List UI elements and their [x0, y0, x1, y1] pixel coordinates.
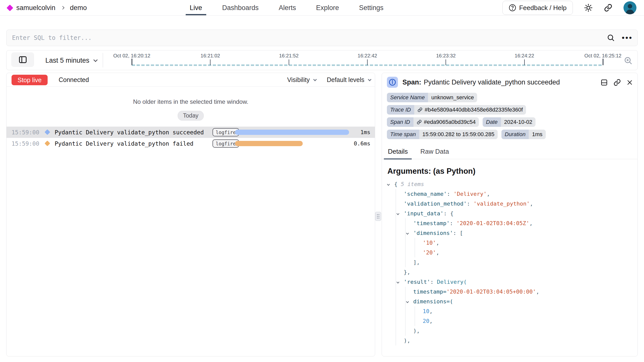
arguments-code: { 5 items'schema_name': 'Delivery','vali… [382, 179, 637, 345]
indent-guide [396, 297, 396, 306]
visibility-dropdown[interactable]: Visibility [287, 76, 316, 83]
tag-row: Span ID#eda9065a0bd39c54Date2024-10-02 [387, 117, 632, 127]
copy-link-button[interactable] [613, 79, 621, 86]
code-token: ), [413, 328, 420, 334]
tag-pill-service-name[interactable]: Service Nameunknown_service [387, 93, 477, 102]
code-token: dimensions=( [413, 298, 453, 305]
dock-panel-button[interactable] [600, 79, 608, 86]
collapse-caret-icon[interactable] [406, 228, 408, 238]
code-token: timestamp= [413, 289, 446, 295]
feedback-help-button[interactable]: Feedback / Help [502, 1, 573, 15]
default-levels-dropdown[interactable]: Default levels [327, 76, 370, 83]
code-token: , [536, 289, 539, 295]
collapse-caret-icon[interactable] [397, 277, 399, 287]
collapse-caret-icon[interactable] [397, 209, 399, 218]
tag-pill-span-id[interactable]: Span ID#eda9065a0bd39c54 [387, 117, 479, 127]
tag-pill-time-span[interactable]: Time span15:59:00.282 to 15:59:00.285 [387, 130, 498, 139]
indent-guide [405, 248, 405, 257]
tag-label: Trace ID [387, 105, 414, 115]
indent-guide [405, 326, 405, 336]
indent-guide [415, 306, 415, 316]
tag-label: Date [483, 117, 501, 127]
tag-label: Span ID [387, 117, 413, 127]
timeline[interactable]: Oct 02, 16:20:1216:21:0216:21:5216:22:42… [112, 50, 623, 70]
code-line: 'schema_name': 'Delivery', [382, 189, 637, 199]
breadcrumb-org[interactable]: samuelcolvin [16, 4, 55, 12]
close-panel-button[interactable] [626, 79, 633, 86]
collapse-caret-icon[interactable] [387, 179, 389, 189]
stop-live-button[interactable]: Stop live [12, 75, 48, 85]
breadcrumb-project[interactable]: demo [70, 4, 87, 12]
tag-label: Service Name [387, 93, 428, 102]
share-link-button[interactable] [604, 4, 612, 12]
code-token: Delivery( [437, 279, 467, 285]
empty-window-message: No older items in the selected time wind… [7, 98, 375, 105]
duration-bar-track [235, 141, 349, 146]
time-range-dropdown[interactable]: Last 5 minutes [41, 50, 101, 70]
tag-value: unknown_service [428, 93, 477, 102]
panel-resize-handle[interactable] [375, 212, 381, 221]
main-nav: LiveDashboardsAlertsExploreSettings [190, 0, 383, 16]
tag-pill-trace-id[interactable]: Trace ID#b4e5809a440dbb3458e68d2335fe360… [387, 105, 526, 115]
nav-tab-settings[interactable]: Settings [359, 4, 384, 12]
indent-guide [396, 228, 396, 238]
code-token: '10' [423, 240, 436, 246]
indent-guide [396, 248, 396, 257]
close-icon [626, 79, 633, 86]
tag-label: Time span [387, 130, 419, 139]
live-panel-header: Stop live Connected Visibility Default l… [7, 73, 375, 87]
timeline-tick-label: Oct 02, 16:20:12 [113, 53, 150, 59]
sql-filter-input[interactable] [6, 30, 638, 46]
indent-guide [405, 257, 405, 267]
arguments-heading: Arguments: (as Python) [387, 167, 637, 176]
link-icon [417, 120, 422, 125]
duration-value: 0.6ms [354, 138, 370, 149]
tag-value-text: unknown_service [431, 94, 474, 101]
nav-tab-dashboards[interactable]: Dashboards [222, 4, 259, 12]
day-chip[interactable]: Today [178, 111, 203, 121]
table-row[interactable]: 15:59:00Pydantic Delivery validate_pytho… [7, 127, 375, 138]
link-icon [613, 79, 621, 86]
nav-tab-live[interactable]: Live [190, 4, 202, 12]
code-token: : [ [453, 230, 463, 236]
theme-toggle-button[interactable] [584, 3, 593, 12]
nav-tab-alerts[interactable]: Alerts [279, 4, 296, 12]
code-token: , [430, 308, 433, 314]
span-title-prefix: Span: [402, 78, 421, 86]
timeline-tick [210, 59, 210, 65]
duration-bar-track [235, 130, 349, 135]
log-timestamp: 15:59:00 [12, 138, 39, 149]
zoom-in-button[interactable] [623, 56, 633, 65]
code-token: 'input_data' [404, 210, 444, 217]
tag-value-text: 2024-10-02 [504, 119, 532, 125]
span-kind-diamond-icon [45, 129, 50, 135]
span-title: Span: Pydantic Delivery validate_python … [402, 73, 560, 92]
code-line: 'result': Delivery( [382, 277, 637, 287]
code-token: 'validate_python' [473, 201, 530, 207]
log-message: Pydantic Delivery validate_python failed [55, 138, 193, 149]
nav-tab-explore[interactable]: Explore [316, 4, 339, 12]
tag-pill-duration[interactable]: Duration1ms [501, 130, 546, 139]
search-icon[interactable] [607, 34, 615, 42]
timeline-tick-label: 16:22:42 [358, 53, 377, 59]
tab-details[interactable]: Details [387, 146, 409, 159]
indent-guide [405, 228, 405, 238]
indent-guide [405, 218, 405, 228]
table-row[interactable]: 15:59:00Pydantic Delivery validate_pytho… [7, 138, 375, 149]
divider [103, 53, 103, 67]
collapse-caret-icon[interactable] [406, 297, 408, 306]
chevron-down-icon [313, 77, 317, 81]
code-line: dimensions=( [382, 297, 637, 306]
indent-guide [396, 326, 396, 336]
tag-value: 15:59:00.282 to 15:59:00.285 [419, 130, 498, 139]
tag-pill-date[interactable]: Date2024-10-02 [483, 117, 535, 127]
indent-guide [396, 199, 396, 209]
more-options-icon[interactable]: ••• [622, 34, 633, 42]
sidebar-toggle-button[interactable] [11, 52, 34, 67]
indent-guide [396, 336, 396, 345]
code-line: '10', [382, 238, 637, 248]
code-token: 10 [423, 308, 430, 314]
tab-raw-data[interactable]: Raw Data [419, 146, 450, 159]
user-avatar[interactable] [623, 1, 636, 14]
code-token: 'result' [404, 279, 430, 285]
